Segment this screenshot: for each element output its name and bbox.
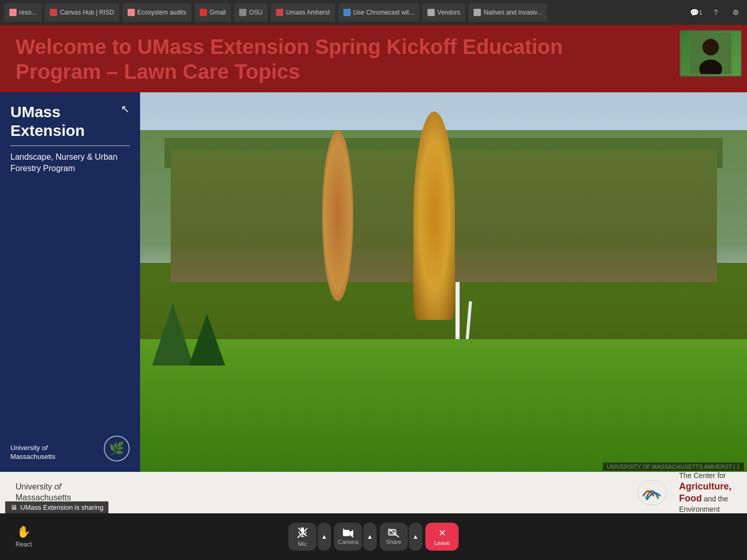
tab-label: Natives and invasiv... xyxy=(483,9,542,16)
mic-expand-button[interactable]: ▲ xyxy=(317,523,331,551)
cafe-text: The Center for Agriculture,Food and theE… xyxy=(679,471,731,513)
leave-label: Leave xyxy=(434,540,450,546)
program-label: Landscape, Nursery & Urban Forestry Prog… xyxy=(10,151,130,175)
umass-logo-area: University ofMassachusetts 🌿 xyxy=(10,436,130,461)
camera-label: Camera xyxy=(338,539,358,545)
browser-tab-bar: reso... Canvas Hub | RISD Ecosystem audi… xyxy=(0,0,747,25)
tab-ecosystem[interactable]: Ecosystem audits xyxy=(122,3,191,22)
slide-left-sidebar: UMass Extension ↖ Landscape, Nursery & U… xyxy=(0,92,140,472)
leave-button[interactable]: ✕ Leave xyxy=(425,523,459,551)
settings-icon[interactable]: ⚙ xyxy=(728,5,743,20)
page-number: UNIVERSITY OF MASSACHUSETTS AMHERST | 1 xyxy=(603,463,744,471)
mic-group: Mic ▲ xyxy=(288,523,331,551)
cursor-icon: ↖ xyxy=(121,103,130,115)
raise-hand-icon: ✋ xyxy=(17,525,31,539)
grass-layer xyxy=(140,339,747,472)
sidebar-divider xyxy=(10,145,130,146)
tab-label: Gmail xyxy=(210,9,226,16)
slide-area: Welcome to UMass Extension Spring Kickof… xyxy=(0,25,747,513)
svg-rect-4 xyxy=(690,33,731,74)
tab-label: reso... xyxy=(19,9,36,16)
tab-label: Ecosystem audits xyxy=(137,9,186,16)
slide-content: Welcome to UMass Extension Spring Kickof… xyxy=(0,25,747,513)
main-area: Welcome to UMass Extension Spring Kickof… xyxy=(0,25,747,560)
share-button[interactable]: Share xyxy=(380,523,408,551)
screen-share-icon: 🖥 xyxy=(10,503,17,511)
react-button[interactable]: ✋ xyxy=(17,525,31,539)
university-wordmark: University ofMassachusetts xyxy=(10,444,56,461)
umass-bottom-wordmark: University ofMassachusetts xyxy=(16,482,71,503)
react-controls: ✋ React xyxy=(16,525,32,548)
slide-title: Welcome to UMass Extension Spring Kickof… xyxy=(16,34,654,84)
bottom-center-controls: Mic ▲ Camera ▲ xyxy=(288,523,459,551)
share-label: Share xyxy=(386,539,401,545)
evergreen-tree-1 xyxy=(152,303,193,366)
tab-reso[interactable]: reso... xyxy=(4,3,42,22)
tab-favicon xyxy=(128,9,135,16)
cafe-logo-icon xyxy=(635,478,669,507)
tab-favicon xyxy=(427,9,435,16)
autumn-tree-1 xyxy=(413,111,455,320)
tab-label: Use Chromecast wit... xyxy=(353,9,414,16)
mic-muted-icon xyxy=(297,526,308,540)
mic-icon xyxy=(297,526,308,538)
mic-button[interactable]: Mic xyxy=(288,523,316,551)
evergreen-tree-2 xyxy=(189,314,225,366)
camera-button[interactable]: Camera xyxy=(334,523,362,551)
tab-canvas[interactable]: Canvas Hub | RISD xyxy=(45,3,119,22)
tab-gmail[interactable]: Gmail xyxy=(195,3,231,22)
tab-chromecast[interactable]: Use Chromecast wit... xyxy=(338,3,419,22)
tab-label: OSU xyxy=(249,9,262,16)
tab-favicon xyxy=(239,9,246,16)
tab-favicon xyxy=(200,9,207,16)
tab-favicon xyxy=(474,9,481,16)
tab-label: Canvas Hub | RISD xyxy=(60,9,114,16)
zoom-bottom-bar: ✋ React Mic xyxy=(0,513,747,560)
autumn-tree-2 xyxy=(322,130,353,301)
share-expand-button[interactable]: ▲ xyxy=(409,523,422,551)
org-name: UMass Extension xyxy=(10,103,117,140)
tab-vendors[interactable]: Vendors xyxy=(422,3,465,22)
camera-icon xyxy=(342,528,354,538)
mic-label: Mic xyxy=(298,541,307,547)
help-icon[interactable]: ? xyxy=(709,5,723,20)
slide-bottom-bar: University ofMassachusetts The Center fo… xyxy=(0,472,747,513)
participant-avatar xyxy=(690,33,731,74)
svg-line-14 xyxy=(389,529,399,537)
sharing-label: 🖥 UMass Extension is sharing xyxy=(5,501,108,513)
participant-thumbnail xyxy=(680,30,742,77)
leaf-icon: 🌿 xyxy=(104,436,130,461)
tab-label: Umass Amherst xyxy=(286,9,330,16)
camera-group: Camera ▲ xyxy=(334,523,377,551)
landscape-photo xyxy=(140,92,747,472)
share-icon xyxy=(388,528,399,538)
camera-expand-button[interactable]: ▲ xyxy=(363,523,377,551)
slide-bottom-right: The Center for Agriculture,Food and theE… xyxy=(635,471,731,513)
tab-osu[interactable]: OSU xyxy=(234,3,268,22)
tab-favicon xyxy=(50,9,57,16)
leave-icon: ✕ xyxy=(438,527,446,539)
tab-favicon xyxy=(276,9,283,16)
tab-favicon xyxy=(9,9,17,16)
react-label: React xyxy=(16,541,32,548)
share-group: Share ▲ xyxy=(380,523,422,551)
tab-label: Vendors xyxy=(437,9,460,16)
chat-icon[interactable]: 💬 1 xyxy=(689,5,703,20)
tab-umass-amherst[interactable]: Umass Amherst xyxy=(271,3,335,22)
tab-favicon xyxy=(343,9,351,16)
tab-natives[interactable]: Natives and invasiv... xyxy=(468,3,547,22)
